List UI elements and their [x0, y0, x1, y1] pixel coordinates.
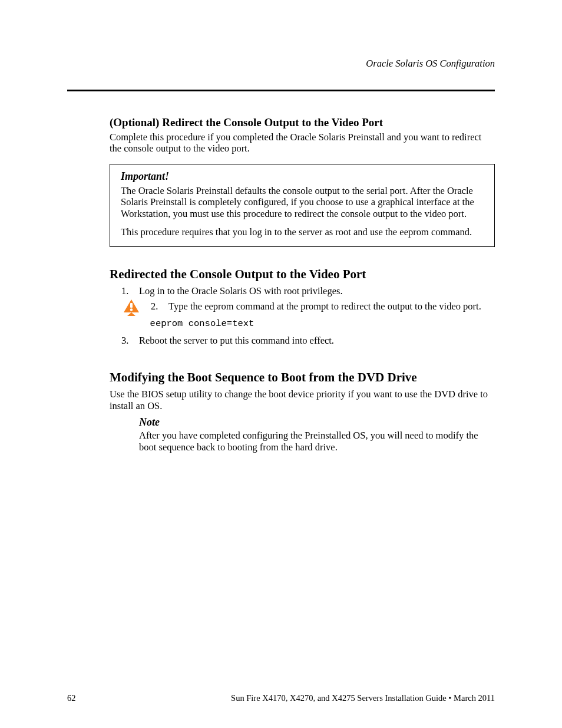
important-paragraph-1: The Oracle Solaris Preinstall defaults t…: [121, 185, 484, 219]
section2-heading: Modifying the Boot Sequence to Boot from…: [110, 370, 495, 385]
page-number: 62: [67, 693, 76, 703]
intro-paragraph: Complete this procedure if you completed…: [110, 131, 495, 154]
command-line: eeprom console=text: [110, 318, 495, 329]
footer-doc-title: Sun Fire X4170, X4270, and X4275 Servers…: [231, 693, 495, 703]
important-title: Important!: [121, 170, 484, 183]
section-subhead: (Optional) Redirect the Console Output t…: [110, 116, 495, 129]
svg-marker-1: [127, 312, 135, 316]
procedure-steps: Log in to the Oracle Solaris OS with roo…: [110, 285, 495, 312]
procedure-heading: Redirected the Console Output to the Vid…: [110, 267, 495, 282]
important-paragraph-2: This procedure requires that you log in …: [121, 226, 484, 238]
step-2-text: Type the eeprom command at the prompt to…: [168, 301, 481, 312]
step-3: Reboot the server to put this command in…: [110, 335, 495, 347]
warning-icon: [123, 298, 140, 316]
note-paragraph: After you have completed configuring the…: [110, 430, 495, 453]
procedure-steps-cont: Reboot the server to put this command in…: [110, 335, 495, 347]
important-box: Important! The Oracle Solaris Preinstall…: [110, 164, 495, 247]
step-1: Log in to the Oracle Solaris OS with roo…: [110, 285, 495, 297]
svg-point-3: [130, 308, 133, 311]
step-2: Type the eeprom command at the prompt to…: [110, 301, 495, 312]
note-title: Note: [139, 416, 495, 429]
svg-rect-2: [130, 303, 133, 308]
running-header: Oracle Solaris OS Configuration: [366, 58, 495, 70]
section2-paragraph: Use the BIOS setup utility to change the…: [110, 388, 495, 411]
page-footer: 62 Sun Fire X4170, X4270, and X4275 Serv…: [67, 693, 495, 703]
